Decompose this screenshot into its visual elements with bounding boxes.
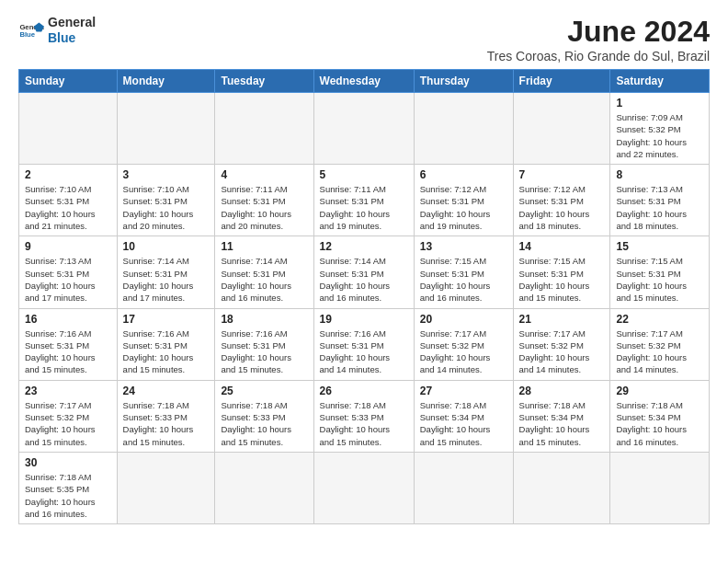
calendar-header-row: SundayMondayTuesdayWednesdayThursdayFrid… (19, 70, 710, 93)
calendar-week-row: 23Sunrise: 7:17 AM Sunset: 5:32 PM Dayli… (19, 380, 710, 452)
calendar-cell: 21Sunrise: 7:17 AM Sunset: 5:32 PM Dayli… (513, 308, 610, 380)
day-number: 28 (519, 385, 605, 397)
calendar-cell (610, 452, 710, 523)
calendar-cell: 8Sunrise: 7:13 AM Sunset: 5:31 PM Daylig… (610, 165, 710, 236)
generalblue-logo-icon: General Blue (18, 17, 44, 43)
day-number: 1 (616, 97, 703, 109)
day-number: 5 (320, 168, 408, 181)
day-info: Sunrise: 7:10 AM Sunset: 5:31 PM Dayligh… (25, 183, 111, 232)
day-info: Sunrise: 7:17 AM Sunset: 5:32 PM Dayligh… (519, 327, 605, 376)
day-info: Sunrise: 7:11 AM Sunset: 5:31 PM Dayligh… (221, 183, 307, 232)
day-number: 18 (221, 313, 307, 326)
calendar-cell: 12Sunrise: 7:14 AM Sunset: 5:31 PM Dayli… (313, 236, 414, 308)
calendar-week-row: 2Sunrise: 7:10 AM Sunset: 5:31 PM Daylig… (19, 165, 710, 236)
column-header-sunday: Sunday (19, 70, 118, 93)
day-info: Sunrise: 7:12 AM Sunset: 5:31 PM Dayligh… (420, 183, 507, 232)
calendar-cell: 25Sunrise: 7:18 AM Sunset: 5:33 PM Dayli… (215, 380, 313, 452)
day-number: 4 (221, 168, 307, 181)
calendar-cell (117, 452, 215, 523)
column-header-thursday: Thursday (414, 70, 513, 93)
day-info: Sunrise: 7:14 AM Sunset: 5:31 PM Dayligh… (123, 255, 210, 304)
calendar-cell: 15Sunrise: 7:15 AM Sunset: 5:31 PM Dayli… (610, 236, 710, 308)
logo: General Blue General Blue (18, 15, 96, 46)
day-number: 8 (616, 168, 703, 181)
calendar-cell (513, 452, 610, 523)
day-info: Sunrise: 7:18 AM Sunset: 5:34 PM Dayligh… (420, 399, 507, 448)
day-number: 30 (25, 456, 111, 469)
day-number: 6 (420, 168, 507, 181)
day-info: Sunrise: 7:15 AM Sunset: 5:31 PM Dayligh… (519, 255, 605, 304)
calendar-week-row: 9Sunrise: 7:13 AM Sunset: 5:31 PM Daylig… (19, 236, 710, 308)
day-number: 25 (221, 385, 307, 397)
column-header-monday: Monday (117, 70, 215, 93)
day-info: Sunrise: 7:18 AM Sunset: 5:35 PM Dayligh… (25, 471, 111, 520)
day-number: 17 (123, 313, 210, 326)
calendar-cell: 11Sunrise: 7:14 AM Sunset: 5:31 PM Dayli… (215, 236, 313, 308)
svg-text:Blue: Blue (19, 30, 35, 39)
calendar-cell: 14Sunrise: 7:15 AM Sunset: 5:31 PM Dayli… (513, 236, 610, 308)
calendar-cell: 3Sunrise: 7:10 AM Sunset: 5:31 PM Daylig… (117, 165, 215, 236)
calendar-cell: 4Sunrise: 7:11 AM Sunset: 5:31 PM Daylig… (215, 165, 313, 236)
day-number: 29 (616, 385, 703, 397)
day-number: 14 (519, 240, 605, 253)
day-info: Sunrise: 7:17 AM Sunset: 5:32 PM Dayligh… (420, 327, 507, 376)
calendar-cell: 18Sunrise: 7:16 AM Sunset: 5:31 PM Dayli… (215, 308, 313, 380)
month-year-title: June 2024 (487, 15, 710, 49)
calendar-cell: 5Sunrise: 7:11 AM Sunset: 5:31 PM Daylig… (313, 165, 414, 236)
day-number: 3 (123, 168, 210, 181)
calendar-week-row: 16Sunrise: 7:16 AM Sunset: 5:31 PM Dayli… (19, 308, 710, 380)
day-number: 20 (420, 313, 507, 326)
day-info: Sunrise: 7:18 AM Sunset: 5:33 PM Dayligh… (320, 399, 408, 448)
day-number: 16 (25, 313, 111, 326)
day-info: Sunrise: 7:17 AM Sunset: 5:32 PM Dayligh… (25, 399, 111, 448)
calendar-cell: 10Sunrise: 7:14 AM Sunset: 5:31 PM Dayli… (117, 236, 215, 308)
day-info: Sunrise: 7:16 AM Sunset: 5:31 PM Dayligh… (320, 327, 408, 376)
title-block: June 2024 Tres Coroas, Rio Grande do Sul… (487, 15, 710, 63)
calendar-cell (513, 93, 610, 165)
calendar-week-row: 30Sunrise: 7:18 AM Sunset: 5:35 PM Dayli… (19, 452, 710, 523)
day-info: Sunrise: 7:18 AM Sunset: 5:34 PM Dayligh… (519, 399, 605, 448)
day-number: 13 (420, 240, 507, 253)
page-header: General Blue General Blue June 2024 Tres… (18, 15, 710, 63)
day-number: 11 (221, 240, 307, 253)
day-info: Sunrise: 7:16 AM Sunset: 5:31 PM Dayligh… (221, 327, 307, 376)
day-number: 19 (320, 313, 408, 326)
day-info: Sunrise: 7:10 AM Sunset: 5:31 PM Dayligh… (123, 183, 210, 232)
calendar-cell (19, 93, 118, 165)
day-number: 21 (519, 313, 605, 326)
day-info: Sunrise: 7:15 AM Sunset: 5:31 PM Dayligh… (420, 255, 507, 304)
day-info: Sunrise: 7:15 AM Sunset: 5:31 PM Dayligh… (616, 255, 703, 304)
column-header-friday: Friday (513, 70, 610, 93)
calendar-cell: 7Sunrise: 7:12 AM Sunset: 5:31 PM Daylig… (513, 165, 610, 236)
calendar-cell: 27Sunrise: 7:18 AM Sunset: 5:34 PM Dayli… (414, 380, 513, 452)
day-number: 10 (123, 240, 210, 253)
day-info: Sunrise: 7:18 AM Sunset: 5:34 PM Dayligh… (616, 399, 703, 448)
calendar-cell: 22Sunrise: 7:17 AM Sunset: 5:32 PM Dayli… (610, 308, 710, 380)
day-info: Sunrise: 7:18 AM Sunset: 5:33 PM Dayligh… (221, 399, 307, 448)
calendar-cell: 17Sunrise: 7:16 AM Sunset: 5:31 PM Dayli… (117, 308, 215, 380)
day-info: Sunrise: 7:16 AM Sunset: 5:31 PM Dayligh… (25, 327, 111, 376)
calendar-cell: 13Sunrise: 7:15 AM Sunset: 5:31 PM Dayli… (414, 236, 513, 308)
day-info: Sunrise: 7:11 AM Sunset: 5:31 PM Dayligh… (320, 183, 408, 232)
calendar-cell: 6Sunrise: 7:12 AM Sunset: 5:31 PM Daylig… (414, 165, 513, 236)
calendar-cell: 28Sunrise: 7:18 AM Sunset: 5:34 PM Dayli… (513, 380, 610, 452)
day-number: 27 (420, 385, 507, 397)
day-number: 9 (25, 240, 111, 253)
calendar-cell: 1Sunrise: 7:09 AM Sunset: 5:32 PM Daylig… (610, 93, 710, 165)
logo-blue-text: Blue (48, 30, 96, 46)
column-header-tuesday: Tuesday (215, 70, 313, 93)
calendar-cell: 24Sunrise: 7:18 AM Sunset: 5:33 PM Dayli… (117, 380, 215, 452)
day-info: Sunrise: 7:16 AM Sunset: 5:31 PM Dayligh… (123, 327, 210, 376)
calendar-cell (215, 93, 313, 165)
calendar-cell: 16Sunrise: 7:16 AM Sunset: 5:31 PM Dayli… (19, 308, 118, 380)
calendar-cell (313, 452, 414, 523)
day-number: 7 (519, 168, 605, 181)
day-number: 22 (616, 313, 703, 326)
calendar-cell (117, 93, 215, 165)
day-info: Sunrise: 7:17 AM Sunset: 5:32 PM Dayligh… (616, 327, 703, 376)
day-info: Sunrise: 7:18 AM Sunset: 5:33 PM Dayligh… (123, 399, 210, 448)
calendar-week-row: 1Sunrise: 7:09 AM Sunset: 5:32 PM Daylig… (19, 93, 710, 165)
calendar-cell: 20Sunrise: 7:17 AM Sunset: 5:32 PM Dayli… (414, 308, 513, 380)
day-info: Sunrise: 7:09 AM Sunset: 5:32 PM Dayligh… (616, 111, 703, 160)
calendar-cell: 23Sunrise: 7:17 AM Sunset: 5:32 PM Dayli… (19, 380, 118, 452)
